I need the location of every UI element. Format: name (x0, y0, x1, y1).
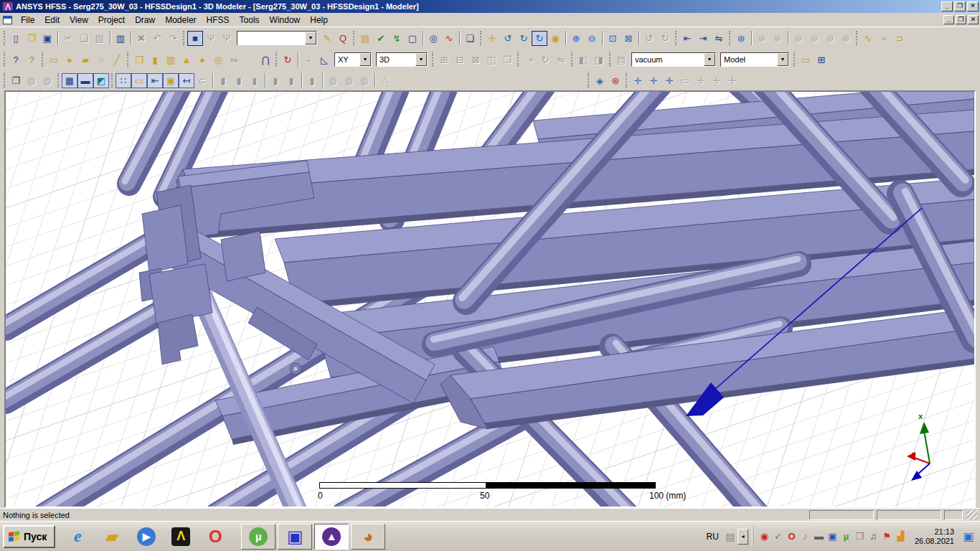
utorrent-task-button[interactable]: µ (241, 524, 275, 550)
dynamic-zoom-button[interactable]: ◉ (547, 31, 563, 46)
draw-cylinder-button[interactable]: ▮ (147, 52, 163, 67)
draw-cone-button[interactable]: ▲ (179, 52, 194, 67)
file-manager-task-button[interactable]: ▣ (278, 524, 312, 550)
signal-strength-icon[interactable]: ▟ (894, 531, 908, 542)
measure-length-button[interactable]: ⇥ (695, 31, 711, 46)
draw-polygon-button[interactable]: ▰ (77, 52, 93, 67)
help-topics-button[interactable]: ? (8, 52, 24, 67)
snap-vertex-button[interactable]: ▭ (131, 73, 147, 88)
file-explorer-launch-button[interactable]: ▰ (100, 524, 124, 549)
notes-icon[interactable]: ▤ (723, 531, 738, 542)
drawing-plane-dropdown-button[interactable]: ▼ (359, 53, 371, 66)
draw-polyhedron-button[interactable]: ▥ (163, 52, 179, 67)
curve-tool-3-button[interactable]: ⊃ (892, 31, 908, 46)
context-help-button[interactable]: ? (24, 52, 39, 67)
select-object-button[interactable]: ■ (187, 31, 203, 46)
sweep-tool-button[interactable]: ↻ (280, 52, 296, 67)
open-button[interactable]: ❐ (24, 31, 39, 46)
dimension-mode-dropdown-button[interactable]: ▼ (415, 53, 427, 66)
cs-face-button[interactable]: ✛ (661, 73, 677, 88)
draw-box-button[interactable]: ❒ (131, 52, 147, 67)
dimension-mode-combo[interactable]: 3D▼ (376, 52, 428, 67)
show-hidden-icons-button[interactable]: ◂ (738, 529, 748, 545)
menu-tools[interactable]: Tools (235, 14, 265, 27)
print-button[interactable]: ▥ (113, 31, 128, 46)
ansys-hfss-task-button[interactable]: ▲ (314, 524, 349, 550)
menu-hfss[interactable]: HFSS (202, 14, 235, 27)
close-button[interactable]: ✕ (967, 1, 979, 11)
menu-view[interactable]: View (65, 14, 93, 27)
boundary-1-button[interactable]: ⊛ (733, 31, 749, 46)
optimetrics-button[interactable]: ◎ (425, 31, 441, 46)
validate-button[interactable]: ✔ (373, 31, 389, 46)
snap-grid-button[interactable]: ∷ (116, 73, 131, 88)
material-dropdown-button[interactable]: ▼ (704, 53, 715, 66)
snap-quadrant-button[interactable]: ↤ (179, 73, 194, 88)
ruler-button[interactable]: ▬ (77, 73, 93, 88)
create-report-button[interactable]: ∿ (441, 31, 457, 46)
draw-ellipse-button[interactable]: ○ (93, 52, 109, 67)
snap-edge-button[interactable]: ⇤ (147, 73, 163, 88)
menu-window[interactable]: Window (265, 14, 306, 27)
menu-project[interactable]: Project (93, 14, 130, 27)
snap-center-button[interactable]: ▣ (163, 73, 179, 88)
model-view-combo[interactable]: Model▼ (720, 52, 789, 67)
network-flag-icon[interactable]: ⚑ (880, 531, 894, 542)
zoom-out-button[interactable]: ⊖ (584, 31, 600, 46)
analyze-all-button[interactable]: ↯ (389, 31, 405, 46)
pan-button[interactable]: ✛ (484, 31, 500, 46)
edit-properties-button[interactable]: ✎ (319, 31, 335, 46)
boundary-display-button[interactable]: ▤ (357, 31, 373, 46)
opera-launch-button[interactable]: O (203, 524, 227, 549)
draw-circle-button[interactable]: ● (62, 52, 77, 67)
menu-help[interactable]: Help (305, 14, 333, 27)
draw-plane-button[interactable]: ◺ (316, 52, 332, 67)
drawing-plane-combo[interactable]: XY▼ (334, 52, 372, 67)
language-indicator[interactable]: RU (702, 532, 723, 542)
child-restore-button[interactable]: ❐ (956, 15, 966, 24)
restore-button[interactable]: ❐ (954, 1, 966, 11)
part-search-combo[interactable]: ▼ (237, 31, 317, 45)
part-search-dropdown-button[interactable]: ▼ (305, 32, 316, 44)
curve-tool-1-button[interactable]: ∿ (860, 31, 876, 46)
shade-mode-button[interactable]: ◩ (93, 73, 109, 88)
rotate-axis-button[interactable]: ↻ (516, 31, 532, 46)
draw-line-button[interactable]: ╱ (109, 52, 125, 67)
clipboard-icon[interactable]: ❒ (853, 531, 867, 542)
usb-device-icon[interactable]: ✓ (771, 531, 785, 542)
model-view-dropdown-button[interactable]: ▼ (777, 53, 788, 66)
lambda-app-launch-button[interactable]: Λ (169, 524, 193, 549)
save-button[interactable]: ▣ (39, 31, 55, 46)
internet-explorer-launch-button[interactable]: e (65, 524, 90, 549)
plane-display-button[interactable]: ◈ (592, 73, 608, 88)
cs-create-button[interactable]: ✛ (630, 73, 646, 88)
start-button[interactable]: Пуск (3, 525, 55, 548)
resize-grip[interactable] (967, 510, 977, 520)
create-region-button[interactable]: ⊞ (814, 52, 829, 67)
draw-helix-button[interactable]: ∾ (226, 52, 242, 67)
menu-file[interactable]: File (16, 14, 39, 27)
graphics-driver-icon[interactable]: ▣ (826, 531, 839, 542)
q-parameter-button[interactable]: Q (335, 31, 351, 46)
measure-area-button[interactable]: ⇋ (711, 31, 727, 46)
menu-draw[interactable]: Draw (130, 14, 160, 27)
rotate-screen-button[interactable]: ↻ (532, 31, 547, 46)
fit-all-button[interactable]: ⊡ (605, 31, 621, 46)
curve-tool-2-button[interactable]: ≈ (876, 31, 892, 46)
volume-mixer-icon[interactable]: ♪ (798, 531, 812, 542)
modeler-viewport[interactable]: x 0 50 100 (mm) (4, 90, 976, 508)
graphics-editor-task-button[interactable]: ◕ (351, 524, 385, 550)
display-settings-icon[interactable]: ▬ (812, 531, 826, 542)
solution-data-button[interactable]: ▢ (405, 31, 420, 46)
audio-device-icon[interactable]: ♫ (867, 531, 880, 542)
grid-visibility-button[interactable]: ▦ (62, 73, 77, 88)
material-combo[interactable]: vacuum▼ (631, 52, 716, 67)
draw-bondwire-button[interactable]: ⋂ (258, 52, 273, 67)
object-attributes-button[interactable]: ▭ (798, 52, 814, 67)
antivirus-icon[interactable]: ◉ (758, 531, 771, 542)
fit-selection-button[interactable]: ⊠ (621, 31, 636, 46)
rotate-model-button[interactable]: ↺ (500, 31, 516, 46)
new-button[interactable]: ▯ (8, 31, 24, 46)
child-close-button[interactable]: ✕ (968, 15, 979, 24)
show-desktop-icon[interactable]: ▣ (960, 528, 977, 545)
